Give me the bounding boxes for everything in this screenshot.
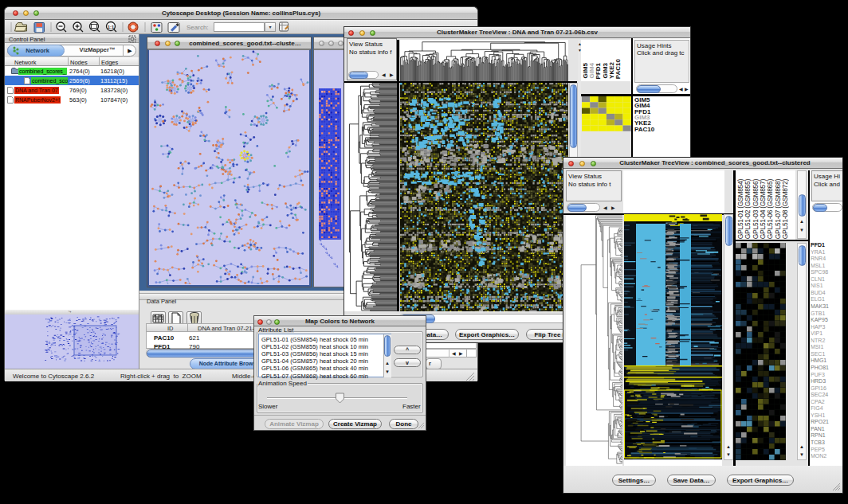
svg-text:1:1: 1:1 xyxy=(108,25,114,29)
